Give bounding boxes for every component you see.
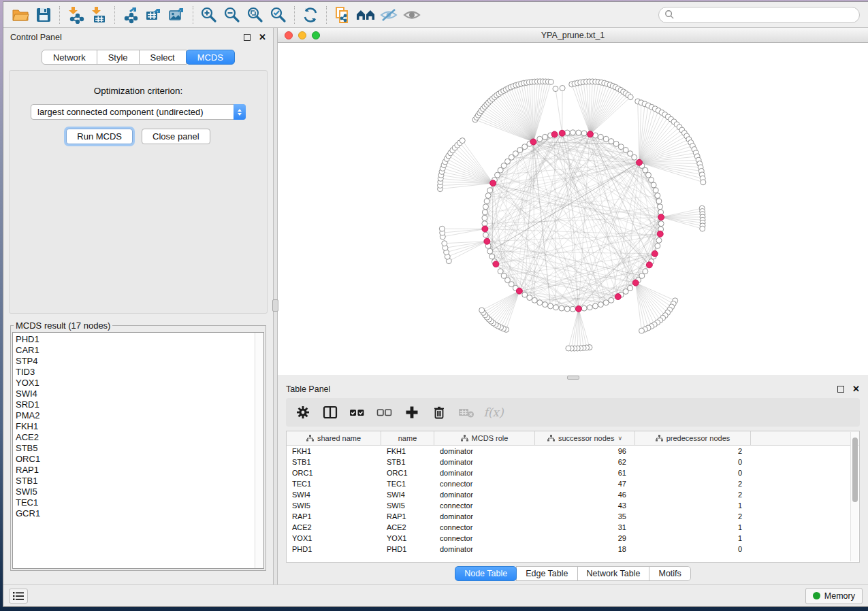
show-columns-button[interactable]	[320, 402, 340, 423]
table-row[interactable]: ORC1 ORC1 dominator 61 0	[287, 467, 859, 478]
table-row[interactable]: RAP1 RAP1 dominator 35 2	[287, 511, 859, 522]
memory-button[interactable]: Memory	[805, 588, 863, 604]
tab-motifs[interactable]: Motifs	[649, 566, 690, 581]
deselect-all-checkboxes-icon	[376, 406, 393, 419]
tab-mcds[interactable]: MCDS	[186, 50, 235, 65]
table-settings-button[interactable]	[293, 402, 313, 423]
task-history-button[interactable]	[9, 589, 28, 604]
close-panel-icon[interactable]: ✕	[852, 386, 860, 393]
mcds-result-item[interactable]: CAR1	[16, 345, 263, 356]
zoom-out-icon	[223, 6, 241, 24]
column-header-mcds-role[interactable]: MCDS role	[434, 431, 535, 445]
create-column-button[interactable]	[402, 402, 422, 423]
clone-network-button[interactable]	[331, 5, 354, 25]
export-table-button[interactable]	[142, 5, 165, 25]
tab-node-table[interactable]: Node Table	[455, 566, 517, 581]
delete-columns-button[interactable]	[429, 402, 449, 423]
table-row[interactable]: STB1 STB1 dominator 62 0	[287, 457, 859, 467]
mcds-result-item[interactable]: PHD1	[16, 334, 263, 345]
search-box[interactable]	[658, 7, 860, 23]
select-stepper-icon	[234, 104, 246, 120]
table-scrollbar[interactable]	[850, 432, 858, 561]
mcds-result-list[interactable]: PHD1CAR1STP4TID3YOX1SWI4SRD1PMA2FKH1ACE2…	[12, 332, 264, 569]
network-canvas[interactable]	[278, 43, 868, 375]
column-header-predecessor-nodes[interactable]: predecessor nodes	[635, 431, 751, 445]
column-header-shared-name[interactable]: shared name	[287, 431, 381, 445]
close-window-button[interactable]	[285, 31, 293, 39]
mcds-result-item[interactable]: ORC1	[16, 454, 263, 465]
import-table-button[interactable]	[87, 5, 110, 25]
table-row[interactable]: YOX1 YOX1 connector 29 1	[287, 533, 859, 544]
zoom-selected-button[interactable]	[267, 5, 290, 25]
refresh-layout-button[interactable]	[299, 5, 322, 25]
mcds-result-item[interactable]: TID3	[16, 367, 263, 378]
mcds-result-item[interactable]: ACE2	[16, 432, 263, 443]
toolbar-separator	[294, 6, 295, 24]
horizontal-split-divider[interactable]	[278, 375, 868, 380]
table-row[interactable]: PHD1 PHD1 dominator 18 0	[287, 544, 859, 555]
shared-column-icon	[461, 435, 468, 442]
table-row[interactable]: ACE2 ACE2 connector 31 1	[287, 522, 859, 533]
column-header-name[interactable]: name	[381, 431, 434, 445]
table-row[interactable]: TEC1 TEC1 connector 47 2	[287, 478, 859, 489]
zoom-fit-button[interactable]	[244, 5, 267, 25]
tab-edge-table[interactable]: Edge Table	[516, 566, 577, 581]
mcds-result-item[interactable]: RAP1	[16, 465, 263, 476]
run-mcds-button[interactable]: Run MCDS	[66, 129, 133, 144]
select-all-columns-button[interactable]	[347, 402, 368, 423]
shared-column-icon	[547, 435, 555, 442]
import-network-button[interactable]	[64, 5, 87, 25]
minimize-window-button[interactable]	[298, 31, 306, 39]
tab-network[interactable]: Network	[42, 50, 97, 65]
mcds-list-scrollbar[interactable]	[255, 333, 263, 568]
table-row[interactable]: FKH1 FKH1 dominator 96 2	[287, 446, 859, 457]
refresh-icon	[302, 6, 319, 24]
open-session-button[interactable]	[9, 5, 32, 25]
mcds-result-item[interactable]: YOX1	[16, 378, 263, 389]
table-header-row: shared name name MCDS role successor nod…	[287, 431, 859, 446]
network-graph[interactable]	[278, 43, 868, 375]
export-image-button[interactable]	[165, 5, 189, 25]
zoom-out-button[interactable]	[221, 5, 244, 25]
vertical-split-divider[interactable]	[273, 28, 278, 584]
mcds-result-item[interactable]: STB5	[16, 443, 263, 454]
table-row[interactable]: SWI5 SWI5 connector 43 1	[287, 500, 859, 511]
divider-grip[interactable]	[272, 299, 278, 312]
column-header-successor-nodes[interactable]: successor nodes ∨	[535, 431, 635, 445]
optimization-criterion-label: Optimization criterion:	[94, 86, 183, 96]
mcds-result-item[interactable]: FKH1	[16, 421, 263, 432]
mcds-result-item[interactable]: GCR1	[16, 508, 263, 519]
mcds-result-item[interactable]: SRD1	[16, 399, 263, 410]
mcds-result-item[interactable]: STP4	[16, 356, 263, 367]
deselect-all-columns-button[interactable]	[374, 402, 395, 423]
first-neighbors-button[interactable]	[354, 5, 377, 25]
zoom-in-button[interactable]	[197, 5, 221, 25]
scrollbar-thumb[interactable]	[852, 437, 858, 502]
folder-open-icon	[12, 6, 29, 24]
show-all-button[interactable]	[400, 5, 423, 25]
hide-selected-button[interactable]	[377, 5, 400, 25]
search-input[interactable]	[678, 10, 854, 20]
save-session-button[interactable]	[32, 5, 55, 25]
tab-style[interactable]: Style	[97, 50, 140, 65]
tab-network-table[interactable]: Network Table	[577, 566, 650, 581]
mcds-result-item[interactable]: PMA2	[16, 410, 263, 421]
criterion-select[interactable]: largest connected component (undirected)	[31, 104, 246, 120]
tab-select[interactable]: Select	[139, 50, 187, 65]
mcds-result-item[interactable]: STB1	[16, 476, 263, 486]
mcds-result-item[interactable]: SWI4	[16, 389, 263, 399]
zoom-window-button[interactable]	[312, 31, 320, 39]
export-table-icon	[145, 6, 163, 24]
close-panel-button[interactable]: Close panel	[142, 129, 210, 144]
export-network-button[interactable]	[119, 5, 142, 25]
table-row[interactable]: SWI4 SWI4 dominator 46 2	[287, 489, 859, 500]
mcds-result-item[interactable]: TEC1	[16, 497, 263, 508]
divider-grip[interactable]	[567, 376, 579, 380]
clone-network-icon	[334, 6, 351, 24]
float-panel-icon[interactable]	[244, 34, 251, 41]
memory-status-icon	[813, 592, 820, 599]
mcds-result-item[interactable]: SWI5	[16, 486, 263, 497]
float-panel-icon[interactable]	[837, 386, 844, 393]
close-panel-icon[interactable]: ✕	[259, 34, 266, 41]
mcds-result-title: MCDS result (17 nodes)	[14, 320, 112, 331]
